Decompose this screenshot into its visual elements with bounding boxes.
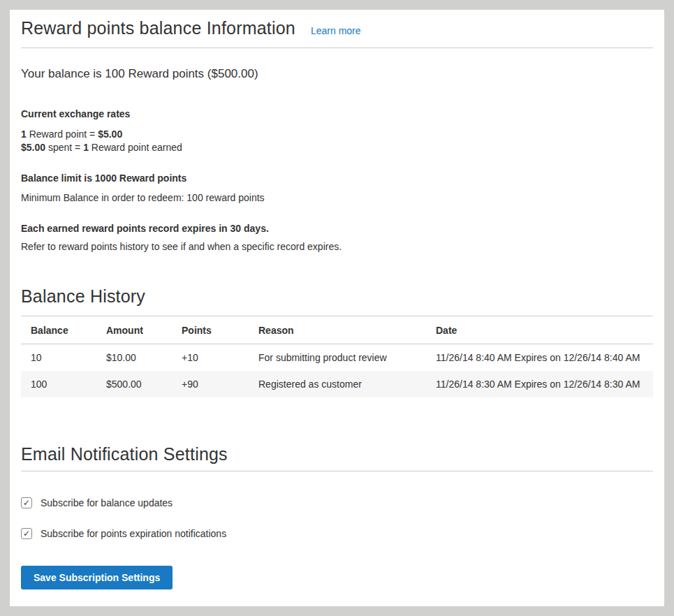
checkbox-checked[interactable]: ✓ — [21, 528, 32, 539]
minimum-balance-text: Minimum Balance in order to redeem: 100 … — [21, 192, 653, 203]
balance-summary: Your balance is 100 Reward points ($500.… — [21, 67, 653, 81]
spend-rate-amount: $5.00 — [21, 142, 45, 153]
earn-rate-points: 1 — [21, 129, 27, 140]
cell-reason: Registered as customer — [249, 371, 426, 397]
table-row: 100 $500.00 +90 Registered as customer 1… — [21, 371, 653, 397]
expiration-notice: Each earned reward points record expires… — [21, 223, 653, 234]
header-divider — [21, 47, 653, 48]
table-header-row: Balance Amount Points Reason Date — [21, 316, 653, 344]
earn-rate-line: 1 Reward point = $5.00 — [21, 128, 653, 141]
reward-points-panel: Reward points balance Information Learn … — [10, 10, 664, 606]
page-title: Reward points balance Information — [21, 18, 295, 38]
learn-more-link[interactable]: Learn more — [311, 25, 361, 36]
cell-reason: For submitting product review — [249, 344, 426, 372]
checkbox-label: Subscribe for balance updates — [41, 497, 173, 508]
column-header-amount: Amount — [96, 316, 172, 344]
cell-date: 11/26/14 8:30 AM Expires on 12/26/14 8:3… — [426, 371, 653, 397]
subscribe-balance-updates-option[interactable]: ✓ Subscribe for balance updates — [21, 497, 653, 508]
spend-rate-text: spent = — [45, 142, 83, 153]
save-subscription-settings-button[interactable]: Save Subscription Settings — [21, 566, 173, 589]
subscribe-points-expiration-option[interactable]: ✓ Subscribe for points expiration notifi… — [21, 528, 653, 539]
earn-rate-text: Reward point = — [27, 129, 98, 140]
spend-rate-points: 1 — [83, 142, 89, 153]
email-settings-header: Email Notification Settings — [21, 444, 653, 471]
spend-rate-suffix: Reward point earned — [89, 142, 182, 153]
cell-points: +90 — [172, 371, 249, 397]
expiration-hint: Refer to reward points history to see if… — [21, 241, 653, 252]
cell-balance: 10 — [21, 344, 96, 372]
table-row: 10 $10.00 +10 For submitting product rev… — [21, 344, 653, 372]
exchange-rate-lines: 1 Reward point = $5.00 $5.00 spent = 1 R… — [21, 128, 653, 154]
checkmark-icon: ✓ — [23, 529, 30, 538]
checkbox-label: Subscribe for points expiration notifica… — [41, 528, 226, 539]
cell-points: +10 — [172, 344, 249, 372]
column-header-date: Date — [426, 316, 653, 344]
cell-amount: $500.00 — [96, 371, 172, 397]
spend-rate-line: $5.00 spent = 1 Reward point earned — [21, 141, 653, 154]
exchange-rates-heading: Current exchange rates — [21, 108, 653, 119]
column-header-balance: Balance — [21, 316, 96, 344]
balance-history-table: Balance Amount Points Reason Date 10 $10… — [21, 316, 653, 397]
cell-date: 11/26/14 8:40 AM Expires on 12/26/14 8:4… — [426, 344, 653, 372]
earn-rate-amount: $5.00 — [98, 129, 122, 140]
checkbox-checked[interactable]: ✓ — [21, 497, 32, 508]
checkmark-icon: ✓ — [23, 499, 30, 507]
balance-history-heading: Balance History — [21, 286, 653, 307]
panel-header: Reward points balance Information Learn … — [21, 18, 653, 38]
column-header-points: Points — [172, 316, 249, 344]
email-settings-heading: Email Notification Settings — [21, 444, 653, 464]
cell-balance: 100 — [21, 371, 96, 397]
balance-limit-label: Balance limit is 1000 Reward points — [21, 173, 653, 184]
column-header-reason: Reason — [249, 316, 426, 344]
cell-amount: $10.00 — [96, 344, 172, 372]
